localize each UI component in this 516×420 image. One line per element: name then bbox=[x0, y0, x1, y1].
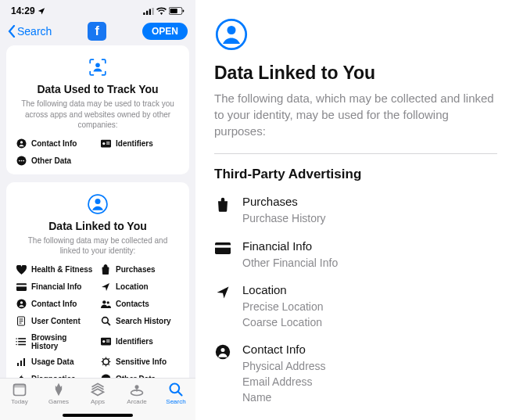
svg-point-38 bbox=[102, 340, 105, 343]
card-title: Data Linked to You bbox=[16, 220, 180, 232]
svg-point-7 bbox=[95, 63, 100, 67]
contact-info-icon bbox=[16, 138, 27, 149]
data-item: Identifiers bbox=[100, 333, 180, 350]
identifiers-icon bbox=[101, 139, 111, 148]
data-item: Sensitive Info bbox=[100, 357, 180, 368]
scroll-content[interactable]: Data Used to Track You The following dat… bbox=[0, 45, 195, 378]
card-title: Data Used to Track You bbox=[16, 83, 180, 95]
status-bar: 14:29 bbox=[0, 0, 195, 17]
back-label: Search bbox=[17, 25, 52, 38]
svg-rect-31 bbox=[19, 338, 27, 339]
data-item: Search History bbox=[100, 316, 180, 327]
other-data-icon bbox=[16, 156, 27, 166]
svg-rect-29 bbox=[20, 323, 22, 324]
location-arrow-icon bbox=[38, 7, 45, 15]
svg-point-15 bbox=[18, 160, 20, 162]
divider bbox=[214, 153, 497, 154]
svg-rect-41 bbox=[17, 363, 19, 366]
tab-today[interactable]: Today bbox=[2, 382, 38, 405]
svg-rect-20 bbox=[16, 283, 27, 291]
purchases-icon bbox=[216, 196, 230, 212]
data-item: Health & Fitness bbox=[16, 264, 95, 275]
svg-rect-33 bbox=[19, 343, 27, 345]
svg-rect-12 bbox=[106, 142, 109, 142]
svg-point-23 bbox=[20, 301, 22, 303]
data-item: Contact Info bbox=[16, 299, 95, 310]
apps-icon bbox=[90, 382, 106, 397]
svg-point-30 bbox=[102, 318, 108, 324]
financial-icon bbox=[16, 283, 27, 291]
contact-info-icon bbox=[215, 344, 231, 360]
tab-games[interactable]: Games bbox=[41, 382, 77, 405]
svg-point-17 bbox=[23, 160, 24, 162]
data-item: Contacts bbox=[100, 299, 180, 310]
svg-rect-39 bbox=[106, 339, 109, 340]
svg-rect-42 bbox=[20, 361, 22, 366]
data-item: User Content bbox=[16, 316, 95, 327]
card-track-you: Data Used to Track You The following dat… bbox=[6, 45, 189, 174]
card-linked-you: Data Linked to You The following data ma… bbox=[6, 182, 189, 379]
detail-row: LocationPrecise LocationCoarse Location bbox=[214, 283, 497, 330]
data-item: Identifiers bbox=[100, 138, 180, 149]
svg-point-36 bbox=[16, 343, 18, 345]
contact-info-icon bbox=[16, 299, 27, 309]
health-icon bbox=[16, 265, 27, 275]
svg-point-16 bbox=[20, 160, 22, 162]
data-item: Location bbox=[100, 282, 180, 293]
svg-point-35 bbox=[16, 340, 18, 342]
svg-rect-40 bbox=[106, 342, 109, 343]
data-item: Purchases bbox=[100, 264, 180, 275]
svg-rect-0 bbox=[143, 13, 145, 15]
back-button[interactable]: Search bbox=[8, 25, 52, 38]
svg-point-19 bbox=[95, 199, 101, 204]
svg-point-24 bbox=[102, 300, 106, 303]
location-icon bbox=[101, 282, 110, 292]
tab-apps[interactable]: Apps bbox=[80, 382, 116, 405]
location-icon bbox=[216, 285, 230, 300]
svg-point-52 bbox=[135, 385, 139, 389]
chevron-left-icon bbox=[8, 25, 16, 38]
detail-row: PurchasesPurchase History bbox=[214, 195, 497, 227]
svg-point-11 bbox=[102, 142, 105, 145]
person-circle-icon bbox=[87, 193, 109, 215]
detail-panel: Data Linked to You The following data, w… bbox=[195, 0, 516, 420]
data-item: Usage Data bbox=[16, 357, 95, 368]
battery-icon bbox=[169, 7, 185, 15]
financial-icon bbox=[215, 242, 231, 254]
svg-point-25 bbox=[106, 301, 109, 303]
svg-rect-21 bbox=[16, 285, 27, 286]
detail-title: Data Linked to You bbox=[214, 63, 497, 84]
home-indicator bbox=[63, 414, 133, 417]
search-history-icon bbox=[101, 316, 111, 326]
tab-search[interactable]: Search bbox=[158, 382, 194, 405]
data-item: Browsing History bbox=[16, 333, 95, 350]
svg-rect-28 bbox=[20, 321, 23, 321]
section-heading: Third-Party Advertising bbox=[214, 167, 497, 182]
nav-bar: Search f OPEN bbox=[0, 17, 195, 45]
search-icon bbox=[168, 382, 184, 397]
open-button[interactable]: OPEN bbox=[142, 23, 188, 40]
data-item: Other Data bbox=[16, 156, 95, 167]
svg-rect-43 bbox=[23, 358, 25, 366]
user-content-icon bbox=[16, 316, 26, 326]
contacts-icon bbox=[101, 300, 111, 308]
svg-rect-32 bbox=[19, 340, 27, 342]
facebook-app-icon[interactable]: f bbox=[88, 22, 106, 41]
identifiers-icon bbox=[101, 337, 111, 346]
svg-rect-5 bbox=[170, 9, 177, 13]
arcade-icon bbox=[129, 382, 145, 397]
usage-data-icon bbox=[16, 357, 26, 367]
sensitive-info-icon bbox=[101, 357, 111, 367]
svg-rect-13 bbox=[106, 144, 109, 145]
wifi-icon bbox=[156, 7, 167, 15]
svg-point-59 bbox=[221, 348, 225, 352]
svg-rect-57 bbox=[215, 245, 231, 247]
svg-point-34 bbox=[16, 338, 18, 339]
detail-row: Contact InfoPhysical AddressEmail Addres… bbox=[214, 343, 497, 405]
person-circle-icon bbox=[214, 17, 249, 52]
svg-point-9 bbox=[20, 141, 22, 143]
svg-rect-50 bbox=[14, 384, 26, 387]
tab-arcade[interactable]: Arcade bbox=[119, 382, 155, 405]
data-item: Contact Info bbox=[16, 138, 95, 149]
svg-point-55 bbox=[228, 26, 236, 34]
